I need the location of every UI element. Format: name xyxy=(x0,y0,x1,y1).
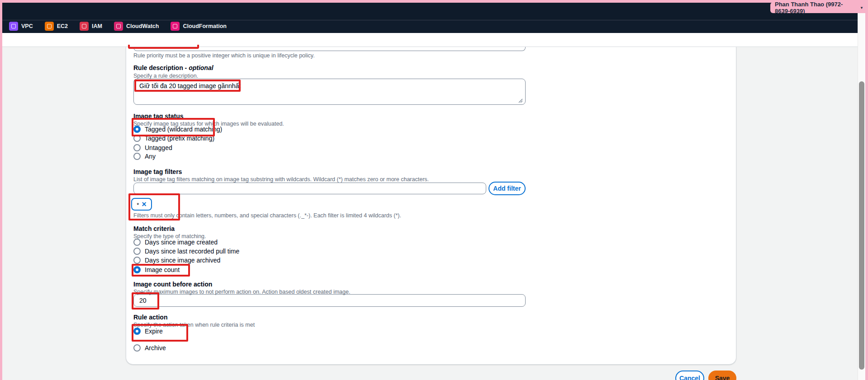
radio-selected-icon[interactable] xyxy=(133,266,141,273)
radio-icon[interactable] xyxy=(133,239,141,246)
radio-icon[interactable] xyxy=(133,257,141,264)
radio-option-archive[interactable]: Archive xyxy=(133,344,166,352)
radio-label: Days since image created xyxy=(145,239,218,246)
favorite-label: EC2 xyxy=(57,23,68,29)
image-tag-status-label: Image tag status xyxy=(133,113,183,120)
radio-icon[interactable] xyxy=(133,135,141,142)
favorite-label: VPC xyxy=(21,23,33,29)
annotation-frame-top xyxy=(0,0,868,3)
add-filter-button[interactable]: Add filter xyxy=(489,182,526,195)
rule-action-help: Specify the action taken when rule crite… xyxy=(133,322,255,328)
ec2-service-icon xyxy=(45,22,54,31)
favorite-iam[interactable]: IAM xyxy=(80,22,102,31)
rule-description-textarea[interactable]: Giữ tối đa 20 tagged image gầnnhất xyxy=(133,79,526,105)
radio-option-days-pull[interactable]: Days since last recorded pull time xyxy=(133,248,239,255)
radio-option-any[interactable]: Any xyxy=(133,153,156,160)
account-menu[interactable]: Phan Thanh Thao (9972-8639-6939) ▼ xyxy=(770,2,868,13)
rule-description-help: Specify a rule description. xyxy=(133,73,198,79)
favorite-vpc[interactable]: VPC xyxy=(9,22,33,31)
radio-label: Image count xyxy=(145,266,180,273)
radio-option-tagged-prefix[interactable]: Tagged (prefix matching) xyxy=(133,135,214,142)
favorites-list: VPC EC2 IAM CloudWatch CloudFormation xyxy=(9,22,227,31)
favorite-cloudwatch[interactable]: CloudWatch xyxy=(114,22,159,31)
image-tag-filters-label: Image tag filters xyxy=(133,168,182,175)
radio-label: Untagged xyxy=(145,144,172,151)
image-tag-filter-input[interactable] xyxy=(133,183,486,194)
cloudwatch-service-icon xyxy=(114,22,123,31)
favorite-label: CloudFormation xyxy=(183,23,227,29)
radio-label: Expire xyxy=(145,328,163,335)
radio-label: Days since image archived xyxy=(145,257,220,264)
radio-selected-icon[interactable] xyxy=(133,328,141,335)
radio-selected-icon[interactable] xyxy=(133,126,141,133)
filter-chip: * × xyxy=(131,198,152,211)
radio-icon[interactable] xyxy=(133,344,141,352)
rule-priority-help: Rule priority must be a positive integer… xyxy=(133,52,315,59)
image-tag-filters-help: List of image tag filters matching on im… xyxy=(133,176,429,183)
resize-handle-icon[interactable] xyxy=(518,99,523,103)
account-label: Phan Thanh Thao (9972-8639-6939) xyxy=(775,1,856,14)
save-button[interactable]: Save xyxy=(708,371,736,380)
radio-option-tagged-wildcard[interactable]: Tagged (wildcard matching) xyxy=(133,126,222,133)
image-count-help: Specify maximum images to not perform ac… xyxy=(133,289,350,295)
chevron-down-icon: ▼ xyxy=(860,6,863,10)
radio-label: Any xyxy=(145,153,156,160)
favorite-cloudformation[interactable]: CloudFormation xyxy=(171,22,227,31)
cancel-button[interactable]: Cancel xyxy=(675,371,704,380)
image-count-label: Image count before action xyxy=(133,281,212,288)
optional-suffix: - optional xyxy=(185,64,213,71)
breadcrumb-bar xyxy=(0,33,868,47)
favorite-label: CloudWatch xyxy=(126,23,159,29)
radio-icon[interactable] xyxy=(133,248,141,255)
vpc-service-icon xyxy=(9,22,18,31)
scrollbar-thumb[interactable] xyxy=(859,81,864,370)
rule-priority-input-partial[interactable] xyxy=(133,47,526,51)
filter-chip-value: * xyxy=(137,202,139,208)
annotation-frame-right xyxy=(865,0,868,380)
image-count-input[interactable] xyxy=(133,294,526,307)
iam-service-icon xyxy=(80,22,89,31)
rule-action-label: Rule action xyxy=(133,314,167,321)
radio-option-days-archived[interactable]: Days since image archived xyxy=(133,257,220,264)
favorite-label: IAM xyxy=(92,23,102,29)
radio-option-image-count[interactable]: Image count xyxy=(133,266,180,273)
top-navigation-bar xyxy=(0,3,868,20)
filter-constraint-text: Filters must only contain letters, numbe… xyxy=(133,212,401,219)
radio-option-expire[interactable]: Expire xyxy=(133,328,163,335)
match-criteria-label: Match criteria xyxy=(133,225,175,232)
cloudformation-service-icon xyxy=(171,22,180,31)
aws-console-page: aws Search [Alt+S] ? ⚙ Asia Pacific (Si xyxy=(0,0,868,380)
radio-option-days-created[interactable]: Days since image created xyxy=(133,239,218,246)
radio-option-untagged[interactable]: Untagged xyxy=(133,144,172,151)
radio-label: Archive xyxy=(145,344,166,352)
annotation-frame-left xyxy=(0,0,2,380)
radio-icon[interactable] xyxy=(133,153,141,160)
rule-description-label: Rule description - optional xyxy=(133,64,213,71)
favorite-ec2[interactable]: EC2 xyxy=(45,22,68,31)
radio-label: Tagged (wildcard matching) xyxy=(145,126,222,133)
radio-label: Days since last recorded pull time xyxy=(145,248,239,255)
radio-icon[interactable] xyxy=(133,144,141,151)
radio-label: Tagged (prefix matching) xyxy=(145,135,214,142)
remove-filter-icon[interactable]: × xyxy=(142,200,147,208)
